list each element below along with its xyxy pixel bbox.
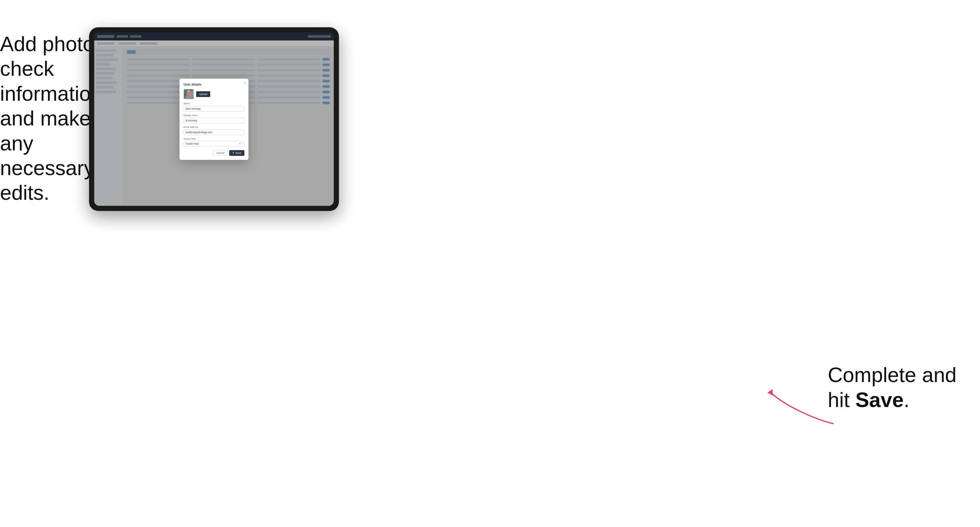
name-field-group: Name	[183, 102, 244, 112]
save-button[interactable]: ⬆ Save	[229, 150, 244, 156]
display-name-field-group: Display name	[183, 114, 244, 124]
save-button-label: Save	[235, 152, 241, 154]
email-field-group: Email address	[183, 126, 244, 135]
select-controls: ✕ ⌃	[239, 141, 244, 147]
cancel-button[interactable]: Cancel	[213, 150, 228, 156]
save-icon: ⬆	[232, 152, 234, 154]
school-year-label: School Year	[183, 138, 244, 140]
dialog-close-button[interactable]: ×	[244, 81, 246, 85]
annotation-arrow-right	[762, 386, 837, 427]
tablet-device: › ›	[89, 27, 339, 211]
name-input[interactable]	[183, 106, 244, 112]
email-input[interactable]	[183, 129, 244, 135]
select-clear-button[interactable]: ✕	[239, 143, 241, 145]
display-name-label: Display name	[183, 114, 244, 116]
user-details-dialog: User details × Upload Name	[180, 79, 248, 160]
dialog-title: User details	[183, 83, 244, 86]
photo-section: Upload	[183, 89, 244, 99]
modal-overlay: User details × Upload Name	[94, 32, 334, 206]
display-name-input[interactable]	[183, 118, 244, 124]
photo-thumbnail	[183, 89, 194, 99]
school-year-select-wrapper: ✕ ⌃	[183, 141, 244, 147]
tablet-screen: › ›	[94, 32, 334, 206]
school-year-field-group: School Year ✕ ⌃	[183, 138, 244, 147]
school-year-input[interactable]	[183, 141, 244, 147]
email-label: Email address	[183, 126, 244, 128]
annotation-right: Complete and hit Save.	[828, 362, 971, 412]
upload-photo-button[interactable]: Upload	[196, 91, 210, 97]
select-arrow-icon[interactable]: ⌃	[242, 143, 243, 145]
name-label: Name	[183, 102, 244, 105]
dialog-footer: Cancel ⬆ Save	[183, 150, 244, 156]
svg-marker-1	[767, 389, 773, 395]
